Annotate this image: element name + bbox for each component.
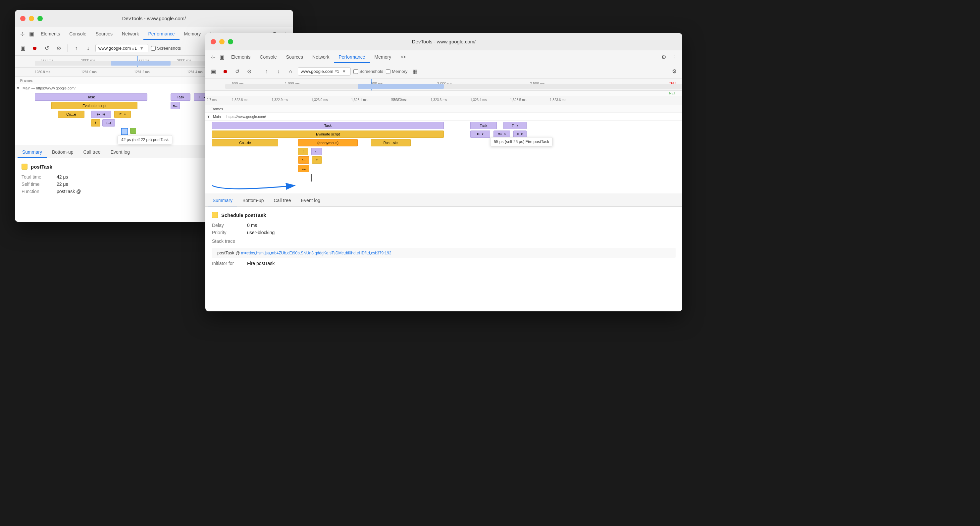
device-icon-2[interactable]: ▣ (217, 53, 226, 62)
inspect-icon-2[interactable]: ⊹ (208, 53, 217, 62)
upload-icon-1[interactable]: ↑ (72, 44, 81, 53)
tab-bottom-up-1[interactable]: Bottom-up (47, 147, 78, 158)
tab-console-2[interactable]: Console (255, 52, 281, 63)
tab-call-tree-1[interactable]: Call tree (79, 147, 105, 158)
clear-icon-1[interactable]: ⊘ (54, 44, 63, 53)
screenshots-checkbox-2[interactable]: Screenshots (353, 69, 383, 74)
detail-tick-4: 1281.4 ms (187, 70, 203, 74)
tab-event-log-1[interactable]: Event log (106, 147, 134, 158)
capture-icon-2[interactable]: ▦ (410, 67, 419, 76)
tab-elements-1[interactable]: Elements (36, 29, 65, 40)
f2-block-2[interactable]: f (312, 156, 322, 164)
code-block-2[interactable]: Co...de (212, 139, 278, 147)
bottom-tabs-2: Summary Bottom-up Call tree Event log (205, 193, 682, 207)
tab-event-log-2[interactable]: Event log (296, 195, 325, 206)
maximize-button-2[interactable] (228, 39, 233, 45)
tab-elements-2[interactable]: Elements (226, 52, 255, 63)
anon-block-2[interactable]: (anonymous) (298, 139, 358, 147)
upload-icon-2[interactable]: ↑ (262, 67, 271, 76)
settings-icon-2[interactable]: ⚙ (659, 53, 668, 62)
tab-network-2[interactable]: Network (308, 52, 334, 63)
p2-block-2[interactable]: p... (298, 165, 309, 172)
download-icon-2[interactable]: ↓ (274, 67, 283, 76)
tab-memory-2[interactable]: Memory (370, 52, 396, 63)
sidebar-icon-2[interactable]: ▣ (208, 67, 218, 76)
settings2-icon-2[interactable]: ⚙ (670, 67, 679, 76)
detail-tick-2: 1281.0 ms (81, 70, 97, 74)
url-selector-1[interactable]: www.google.com #1 ▼ (95, 44, 148, 53)
priority-row-2: Priority user-blocking (212, 230, 676, 235)
fk-block-2[interactable]: F...k (513, 131, 527, 138)
home-icon-2[interactable]: ⌂ (286, 67, 295, 76)
task-block-1b[interactable]: Task (170, 93, 191, 101)
stack-link-2[interactable]: m=cdos,hsm,jsa,mb4ZUb,cEt90b,SNUn3,qddgK… (241, 251, 391, 255)
run-sks-block-2[interactable]: Run ...sks (371, 139, 410, 147)
r-block-2[interactable]: r... (311, 148, 322, 155)
task-block-2b[interactable]: Task (470, 122, 497, 129)
detail-tick-3: 1281.2 ms (134, 70, 150, 74)
tab-bottom-up-2[interactable]: Bottom-up (238, 195, 269, 206)
refresh-icon-1[interactable]: ↺ (42, 44, 51, 53)
code-block-1[interactable]: Co...e (58, 111, 84, 118)
inspect-icon-1[interactable]: ⊹ (18, 29, 27, 39)
tab-memory-1[interactable]: Memory (180, 29, 206, 40)
stack-trace-content-2: postTask @ m=cdos,hsm,jsa,mb4ZUb,cEt90b,… (212, 248, 676, 258)
tooltip-1: 42 μs (self 22 μs) postTask (118, 135, 172, 144)
summary-color-box-2 (212, 212, 218, 218)
anon-block-1[interactable]: (a...s) (91, 111, 111, 118)
tab-console-1[interactable]: Console (65, 29, 91, 40)
traffic-lights-1 (20, 16, 43, 21)
maximize-button-1[interactable] (37, 16, 43, 21)
task-block-2c[interactable]: T...k (503, 122, 527, 129)
selected-block-1[interactable] (121, 128, 128, 135)
delay-row-2: Delay 0 ms (212, 223, 676, 228)
task-block-2a[interactable]: Task (212, 122, 444, 129)
clear-icon-2[interactable]: ⊘ (244, 67, 254, 76)
devtools-window-2: DevTools - www.google.com/ ⊹ ▣ Elements … (205, 33, 682, 311)
tab-summary-2[interactable]: Summary (208, 195, 237, 206)
frames-label-2: Frames (208, 107, 223, 111)
window-title-2: DevTools - www.google.com/ (412, 39, 476, 45)
frames-label-1: Frames (18, 78, 32, 83)
main-label-row-2: ▼ Main — https://www.google.com/ (205, 113, 682, 121)
fi-block-2[interactable]: Fi...k (470, 131, 490, 138)
minimize-button-2[interactable] (219, 39, 224, 45)
net-label-2: NET (669, 91, 676, 95)
tab-network-1[interactable]: Network (117, 29, 143, 40)
record-icon-2[interactable]: ⏺ (221, 67, 230, 76)
tab-more-2[interactable]: >> (396, 52, 410, 63)
tab-performance-1[interactable]: Performance (143, 29, 179, 40)
url-selector-2[interactable]: www.google.com #1 ▼ (298, 67, 351, 75)
p1-block-2[interactable]: p... (298, 156, 309, 164)
close-button-2[interactable] (211, 39, 216, 45)
sidebar-icon-1[interactable]: ▣ (18, 44, 27, 53)
title-bar-1: DevTools - www.google.com/ (15, 10, 293, 27)
minimize-button-1[interactable] (29, 16, 34, 21)
ru-block-2[interactable]: Ru...s (493, 131, 510, 138)
more-icon-2[interactable]: ⋮ (670, 53, 679, 62)
summary-panel-2: Schedule postTask Delay 0 ms Priority us… (205, 207, 682, 273)
device-icon-1[interactable]: ▣ (27, 29, 36, 39)
tab-sources-1[interactable]: Sources (91, 29, 117, 40)
screenshots-checkbox-1[interactable]: Screenshots (151, 46, 181, 51)
memory-checkbox-2[interactable]: Memory (386, 69, 407, 74)
f-block-2[interactable]: f (298, 148, 308, 155)
run-block-1[interactable]: R... (170, 102, 180, 109)
refresh-icon-2[interactable]: ↺ (232, 67, 242, 76)
f-block-1[interactable]: f (91, 119, 100, 126)
rs-block-1[interactable]: R...s (114, 111, 131, 118)
close-button-1[interactable] (20, 16, 25, 21)
evaluate-block-1[interactable]: Evaluate script (51, 102, 137, 109)
ellipsis-block-1[interactable]: (...) (102, 119, 115, 126)
task-block-1a[interactable]: Task (35, 93, 147, 101)
download-icon-1[interactable]: ↓ (83, 44, 93, 53)
tab-sources-2[interactable]: Sources (282, 52, 308, 63)
record-icon-1[interactable]: ⏺ (30, 44, 40, 53)
tab-call-tree-2[interactable]: Call tree (269, 195, 296, 206)
green-block-1[interactable] (130, 128, 136, 134)
evaluate-block-2[interactable]: Evaluate script (212, 131, 444, 138)
frames-row-2: Frames (205, 105, 682, 113)
tab-summary-1[interactable]: Summary (18, 147, 47, 158)
tab-performance-2[interactable]: Performance (334, 52, 370, 63)
window-title-1: DevTools - www.google.com/ (122, 16, 186, 21)
